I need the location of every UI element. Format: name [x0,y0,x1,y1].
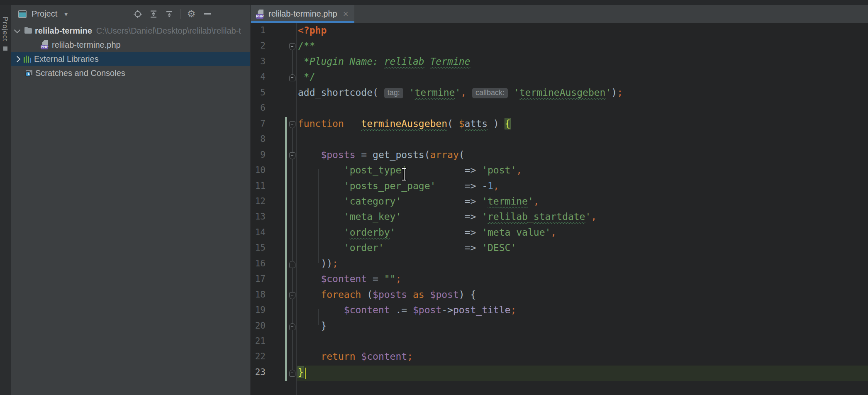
chevron-down-icon[interactable]: ▼ [63,11,69,17]
code-line: 'meta_key' => 'relilab_startdate', [298,211,597,222]
editor-tab-bar: PHP relilab-termine.php × [251,5,868,23]
parameter-hint: tag: [384,88,403,98]
code-token: => [465,196,476,207]
code-token: relilab [488,211,528,222]
code-token: ) { [459,289,476,300]
code-editor[interactable]: 1234567891011121314151617181920212223 <?… [251,23,868,395]
code-token: 'post_type' [344,165,407,176]
project-strip-button[interactable]: Project [1,17,9,41]
line-number: 21 [251,336,266,346]
code-token [298,273,321,284]
line-number: 2 [251,41,266,51]
code-token [436,180,464,191]
tool-strip-icon[interactable] [3,46,7,51]
code-token: /** [298,40,315,51]
locate-file-icon[interactable] [133,9,143,19]
fold-end-icon[interactable] [289,370,295,377]
code-line: )); [298,258,338,269]
code-token [476,180,482,191]
code-token [476,211,482,222]
code-token: ' [514,87,519,98]
tool-window-strip: Project [0,5,11,395]
hide-panel-icon[interactable] [202,9,212,19]
code-line: */ [298,71,315,82]
code-token [476,165,482,176]
code-token [298,320,321,331]
code-token: { [505,118,511,129]
code-token: ; [617,87,623,98]
code-token: $posts [321,149,355,160]
code-token: $content [361,351,407,362]
line-number: 7 [251,119,266,129]
line-number: 15 [251,243,266,253]
fold-end-icon[interactable] [289,74,295,81]
code-token [476,242,482,253]
code-token: ; [510,305,516,315]
code-token: atts [465,118,488,129]
code-token: => [465,227,476,238]
line-number: 10 [251,165,266,175]
tab-label: relilab-termine.php [268,9,337,19]
text-caret [305,368,306,379]
code-line: 'order' => 'DESC' [298,242,516,253]
code-line: add_shortcode( tag: 'termine', callback:… [298,87,623,99]
code-token: ) [488,118,505,129]
folder-icon [24,28,32,34]
code-token [476,227,482,238]
fold-end-icon[interactable] [289,323,295,330]
code-token [298,196,344,207]
code-token: <?php [298,25,327,36]
fold-start-icon[interactable] [289,121,295,128]
code-token: ' [390,227,396,238]
code-token: return [321,351,355,362]
code-token: termineAusgeben [361,118,447,129]
tree-item-scratches[interactable]: Scratches and Consoles [11,66,250,80]
code-token: termineAusgeben [519,87,606,98]
gutter-separator [296,23,297,395]
close-icon[interactable]: × [343,10,349,18]
collapse-all-icon[interactable] [164,9,174,19]
code-token: ' [482,211,488,222]
code-token: 'category' [344,196,401,207]
fold-start-icon[interactable] [289,152,295,159]
code-token [355,351,361,362]
code-token: orderby [350,227,390,238]
code-token: ( [361,289,373,300]
code-token: get_posts [373,149,424,160]
code-token: -> [441,305,453,315]
code-token: relilab [384,56,424,67]
code-token [508,87,514,98]
gear-icon[interactable]: ⚙ [186,9,196,19]
line-number: 6 [251,103,266,113]
project-tool-icon [18,10,27,18]
code-token: ; [395,273,401,284]
fold-start-icon[interactable] [289,43,295,50]
code-token: 'order' [344,242,384,253]
fold-start-icon[interactable] [289,292,295,299]
code-token: = [367,273,384,284]
expand-all-icon[interactable] [149,9,158,19]
line-number: 22 [251,351,266,361]
code-token [466,87,472,98]
tree-item-project-root[interactable]: relilab-termine C:\Users\Daniel\Desktop\… [11,24,250,38]
code-line: $content = ""; [298,273,401,284]
code-token [298,180,344,191]
vcs-change-bar [285,117,287,381]
code-token: 'meta_value' [482,227,551,238]
code-token: => [465,180,476,191]
code-token: foreach [321,289,361,300]
tree-item-php-file[interactable]: PHP relilab-termine.php [11,38,280,52]
code-token: $posts [373,289,407,300]
line-number: 3 [251,56,266,66]
code-token [298,149,321,160]
project-panel-header: Project ▼ ⚙ [11,5,250,23]
chevron-right-icon[interactable] [14,56,21,62]
tab-relilab-termine-php[interactable]: PHP relilab-termine.php × [251,5,354,23]
code-token [401,211,464,222]
code-token: ; [407,351,413,362]
tree-item-external-libraries[interactable]: External Libraries [11,52,250,66]
chevron-down-icon[interactable] [14,27,21,33]
code-token: ( [424,149,430,160]
line-number: 17 [251,274,266,284]
fold-end-icon[interactable] [289,261,295,268]
